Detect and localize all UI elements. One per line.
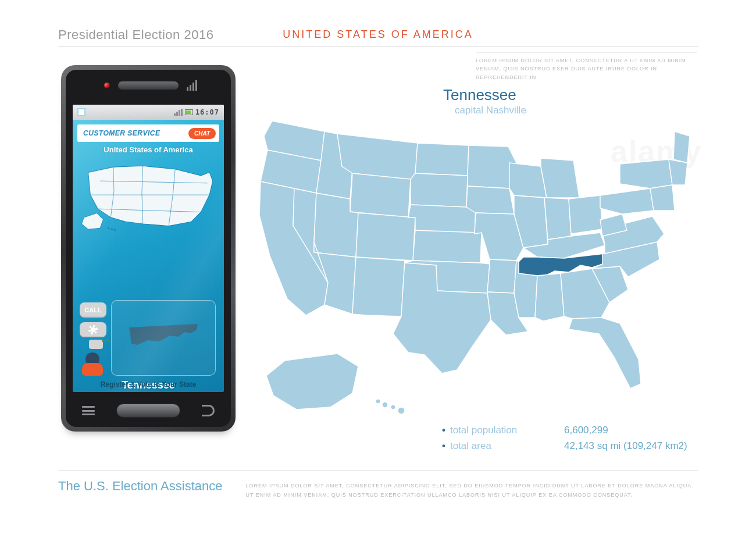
chat-button[interactable]: CHAT	[188, 128, 216, 139]
phone-side-buttons: CALL	[80, 302, 106, 337]
settings-button[interactable]	[80, 322, 106, 337]
state-name-title: Tennessee	[443, 86, 516, 104]
speech-bubble-icon	[89, 340, 103, 349]
signal-icon	[174, 109, 183, 116]
back-icon[interactable]	[202, 405, 215, 416]
home-button[interactable]	[116, 404, 180, 418]
area-label: total area	[442, 438, 541, 454]
population-label: total population	[442, 422, 541, 438]
state-nm	[352, 257, 405, 316]
header-bar: Presidential Election 2016 United States…	[58, 23, 698, 47]
svg-point-0	[108, 227, 110, 230]
speaker-icon	[118, 81, 179, 90]
population-value: 6,600,299	[564, 422, 608, 438]
state-ks	[413, 230, 482, 263]
phone-status-bar: 16:07	[73, 105, 224, 120]
us-map[interactable]	[250, 111, 698, 419]
state-ia	[466, 186, 514, 214]
phone-country-label: United States of America	[73, 145, 224, 154]
state-pa	[600, 188, 654, 214]
customer-service-bar: CUSTOMER SERVICE CHAT	[77, 124, 219, 142]
status-time: 16:07	[195, 108, 219, 116]
tennessee-shape-icon	[129, 324, 199, 347]
state-ne-states	[669, 159, 687, 185]
state-stats: total population 6,600,299 total area 42…	[442, 422, 687, 454]
svg-point-6	[398, 407, 405, 414]
state-in	[544, 198, 571, 240]
phone-mockup: 16:07 CUSTOMER SERVICE CHAT United State…	[61, 65, 236, 432]
phone-us-map[interactable]	[79, 156, 218, 235]
call-button[interactable]: CALL	[80, 302, 106, 318]
phone-nav-bar	[66, 394, 231, 427]
state-fl	[569, 318, 641, 389]
state-wy	[350, 173, 411, 218]
footer-text: Lorem ipsum dolor sit amet, consectetur …	[245, 479, 698, 500]
state-detail-card[interactable]	[111, 300, 216, 376]
svg-point-2	[114, 229, 116, 231]
avatar-body-icon	[82, 363, 103, 376]
header-subtitle: Presidential Election 2016	[58, 27, 213, 42]
header-title: United States of America	[283, 28, 473, 41]
state-co	[356, 213, 415, 261]
state-ny	[620, 159, 672, 188]
equalizer-icon	[187, 80, 197, 91]
state-mi	[541, 158, 579, 198]
svg-point-4	[382, 402, 388, 408]
led-icon	[104, 83, 110, 88]
footer-title: The U.S. Election Assistance	[58, 479, 222, 500]
state-al	[535, 273, 564, 321]
state-ar	[487, 259, 516, 293]
svg-point-3	[376, 399, 380, 404]
footer: The U.S. Election Assistance Lorem ipsum…	[58, 470, 698, 500]
state-oh	[569, 195, 602, 234]
state-sd	[411, 173, 468, 207]
intro-blurb: Lorem ipsum dolor sit amet, consectetur …	[476, 52, 697, 81]
state-me	[673, 131, 690, 163]
area-value: 42,143 sq mi (109,247 km2)	[564, 438, 687, 454]
phone-body: 16:07 CUSTOMER SERVICE CHAT United State…	[66, 70, 231, 427]
customer-service-label: CUSTOMER SERVICE	[83, 129, 160, 137]
support-avatar[interactable]	[79, 342, 106, 376]
state-ne	[408, 205, 476, 234]
app-square-icon	[77, 108, 85, 116]
state-nd	[415, 143, 469, 176]
state-nj-de-md	[650, 185, 675, 211]
state-ak	[266, 354, 358, 409]
state-hi	[376, 399, 405, 414]
phone-screen: 16:07 CUSTOMER SERVICE CHAT United State…	[73, 105, 224, 392]
register-vote-label: Register & Vote In Your State	[73, 380, 224, 389]
gear-icon	[88, 325, 98, 334]
mini-us-map-svg	[79, 156, 218, 235]
svg-point-1	[110, 228, 113, 230]
svg-point-5	[391, 405, 395, 409]
battery-icon	[185, 109, 193, 115]
phone-top-hardware	[66, 70, 231, 104]
menu-icon[interactable]	[82, 406, 95, 415]
us-map-svg	[250, 111, 698, 419]
